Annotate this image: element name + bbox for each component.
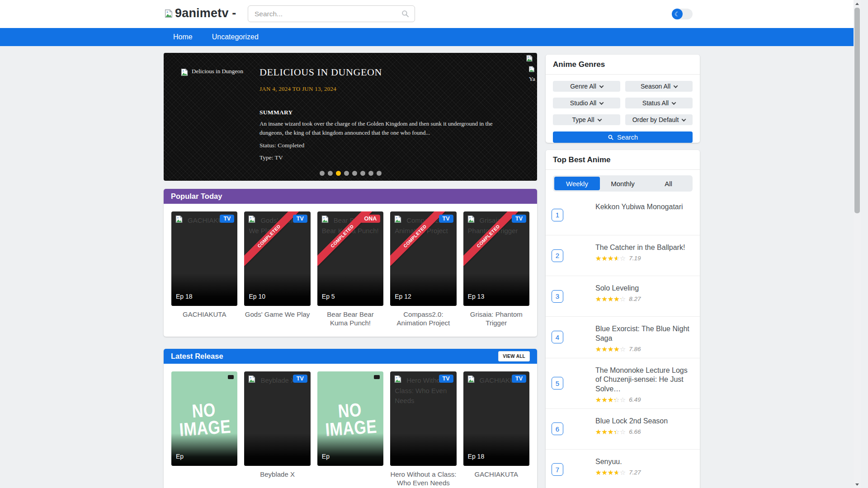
rank-badge: 6 bbox=[552, 422, 563, 435]
hero-carousel[interactable]: Delicious in Dungeon DELICIOUS IN DUNGEO… bbox=[164, 53, 537, 181]
anime-poster[interactable]: Compass2.0: Animation ProjectCOMPLETEDTV… bbox=[390, 211, 456, 306]
star-rating-icon: ☆☆☆☆☆★★★★★ bbox=[595, 396, 626, 403]
chevron-down-icon bbox=[597, 117, 602, 122]
filter-dropdown-season-all[interactable]: Season All bbox=[625, 81, 693, 92]
tab-monthly[interactable]: Monthly bbox=[600, 177, 646, 190]
type-badge: ONA bbox=[360, 215, 380, 223]
top-anime-title[interactable]: Senyuu. bbox=[595, 457, 693, 467]
scrollbar-thumb[interactable] bbox=[854, 8, 860, 213]
anime-poster[interactable]: Beyblade XTV bbox=[244, 371, 310, 466]
poster-gradient bbox=[171, 433, 237, 466]
carousel-dot[interactable] bbox=[352, 171, 357, 176]
view-all-button[interactable]: VIEW ALL bbox=[498, 351, 530, 361]
search-icon[interactable] bbox=[401, 9, 410, 20]
anime-card-title[interactable]: GACHIAKUTA bbox=[463, 470, 529, 488]
anime-card-title[interactable]: Beyblade X bbox=[244, 470, 310, 488]
hero-content: DELICIOUS IN DUNGEON JAN 4, 2024 TO JUN … bbox=[259, 66, 506, 161]
next-slide-alt: Ya bbox=[529, 75, 537, 83]
nav-link-uncategorized[interactable]: Uncategorized bbox=[212, 33, 259, 41]
hero-summary: An insane wizard took over the charge of… bbox=[259, 119, 506, 137]
anime-card-title[interactable]: Compass2.0: Animation Project bbox=[390, 310, 456, 328]
star-rating-icon: ☆☆☆☆☆★★★★★ bbox=[595, 428, 626, 435]
anime-poster[interactable]: NOIMAGEEp bbox=[171, 371, 237, 466]
top-anime-item[interactable]: 2The Catcher in the Ballpark!☆☆☆☆☆★★★★★7… bbox=[546, 235, 700, 276]
carousel-dot[interactable] bbox=[377, 171, 382, 176]
anime-poster[interactable]: Hero Without a Class: Who Even NeedsTV bbox=[390, 371, 456, 466]
latest-header: Latest Release VIEW ALL bbox=[164, 349, 537, 364]
rating: ☆☆☆☆☆★★★★★7.86 bbox=[595, 346, 693, 352]
top-anime-item[interactable]: 5The Mononoke Lecture Logs of Chuzenji-s… bbox=[546, 358, 700, 409]
top-anime-title[interactable]: The Mononoke Lecture Logs of Chuzenji-se… bbox=[595, 366, 693, 394]
next-slide-peek[interactable]: Ya bbox=[528, 66, 537, 83]
scrollbar-up-arrow[interactable] bbox=[854, 0, 861, 7]
nav-link-home[interactable]: Home bbox=[173, 33, 193, 41]
filter-dropdown-status-all[interactable]: Status All bbox=[625, 98, 693, 108]
poster-gradient bbox=[390, 273, 456, 306]
top-anime-title[interactable]: Blue Exorcist: The Blue Night Saga bbox=[595, 324, 693, 343]
tab-weekly[interactable]: Weekly bbox=[554, 177, 600, 190]
poster-gradient bbox=[317, 273, 383, 306]
top-anime-title[interactable]: Kekkon Yubiwa Monogatari bbox=[595, 202, 693, 212]
chevron-down-icon bbox=[599, 84, 604, 88]
broken-image-icon bbox=[467, 215, 476, 224]
anime-card-title[interactable]: Bear Bear Bear Kuma Punch! bbox=[317, 310, 383, 328]
episode-label: Ep bbox=[322, 453, 330, 460]
carousel-dot-active[interactable] bbox=[336, 171, 341, 176]
filter-dropdown-type-all[interactable]: Type All bbox=[553, 114, 620, 125]
carousel-dot[interactable] bbox=[328, 171, 333, 176]
anime-card: Grisaia: Phantom TriggerCOMPLETEDTVEp 13… bbox=[463, 211, 529, 328]
anime-poster[interactable]: GACHIAKUTATVEp 18 bbox=[171, 211, 237, 306]
top-anime-item[interactable]: 4Blue Exorcist: The Blue Night Saga☆☆☆☆☆… bbox=[546, 317, 700, 358]
carousel-dot[interactable] bbox=[320, 171, 325, 176]
top-anime-item[interactable]: 7Senyuu.☆☆☆☆☆★★★★★7.27 bbox=[546, 450, 700, 488]
hero-type: Type: TV bbox=[259, 154, 506, 161]
dark-mode-toggle[interactable]: ☾ bbox=[672, 9, 693, 19]
filter-dropdown-genre-all[interactable]: Genre All bbox=[553, 81, 620, 92]
top-anime-item[interactable]: 1Kekkon Yubiwa Monogatari bbox=[546, 195, 700, 235]
anime-poster[interactable]: Bear Bear Bear Kuma Punch!COMPLETEDONAEp… bbox=[317, 211, 383, 306]
rating: ☆☆☆☆☆★★★★★8.27 bbox=[595, 296, 693, 302]
genres-search-label: Search bbox=[617, 134, 638, 141]
scrollbar[interactable] bbox=[854, 0, 861, 488]
scrollbar-down-arrow[interactable] bbox=[854, 481, 861, 488]
episode-label: Ep 18 bbox=[468, 453, 485, 460]
carousel-dot[interactable] bbox=[344, 171, 349, 176]
poster-gradient bbox=[317, 433, 383, 466]
type-badge: TV bbox=[439, 375, 453, 383]
filter-dropdown-studio-all[interactable]: Studio All bbox=[553, 98, 620, 108]
empty-type-badge bbox=[374, 375, 380, 379]
anime-card-title bbox=[317, 470, 383, 488]
anime-card-title[interactable]: GACHIAKUTA bbox=[171, 310, 237, 328]
anime-card-title[interactable]: Grisaia: Phantom Trigger bbox=[463, 310, 529, 328]
top-anime-title[interactable]: Solo Leveling bbox=[595, 284, 693, 293]
top-anime-item[interactable]: 3Solo Leveling☆☆☆☆☆★★★★★8.27 bbox=[546, 276, 700, 317]
episode-label: Ep 18 bbox=[176, 293, 193, 300]
top-anime-title[interactable]: Blue Lock 2nd Season bbox=[595, 417, 693, 426]
site-logo[interactable]: 9animetv - bbox=[164, 6, 236, 20]
carousel-dot[interactable] bbox=[360, 171, 365, 176]
tab-all[interactable]: All bbox=[646, 177, 691, 190]
popular-grid: GACHIAKUTATVEp 18GACHIAKUTAGods' Game We… bbox=[164, 204, 537, 337]
popular-header: Popular Today bbox=[164, 189, 537, 204]
episode-label: Ep 10 bbox=[249, 293, 265, 300]
search-input[interactable] bbox=[248, 5, 415, 22]
anime-card: Compass2.0: Animation ProjectCOMPLETEDTV… bbox=[390, 211, 456, 328]
top-list: 1Kekkon Yubiwa Monogatari2The Catcher in… bbox=[546, 195, 700, 488]
hero-status: Status: Completed bbox=[259, 142, 506, 149]
carousel-dot[interactable] bbox=[368, 171, 373, 176]
search-box bbox=[248, 5, 415, 22]
top-anime-item[interactable]: 6Blue Lock 2nd Season☆☆☆☆☆★★★★★6.66 bbox=[546, 409, 700, 450]
anime-card-title[interactable]: Hero Without a Class: Who Even Needs bbox=[390, 470, 456, 488]
filter-dropdown-order-by-default[interactable]: Order by Default bbox=[625, 114, 693, 125]
genres-search-button[interactable]: Search bbox=[553, 131, 693, 143]
anime-card-title[interactable]: Gods' Game We Play bbox=[244, 310, 310, 328]
anime-poster[interactable]: NOIMAGEEp bbox=[317, 371, 383, 466]
poster-gradient bbox=[171, 273, 237, 306]
anime-poster[interactable]: Gods' Game We PlayCOMPLETEDTVEp 10 bbox=[244, 211, 310, 306]
poster-gradient bbox=[244, 273, 310, 306]
anime-poster[interactable]: GACHIAKUTATVEp 18 bbox=[463, 371, 529, 466]
rank-badge: 5 bbox=[552, 377, 563, 389]
top-anime-title[interactable]: The Catcher in the Ballpark! bbox=[595, 243, 693, 253]
hero-title[interactable]: DELICIOUS IN DUNGEON bbox=[259, 66, 506, 78]
anime-poster[interactable]: Grisaia: Phantom TriggerCOMPLETEDTVEp 13 bbox=[463, 211, 529, 306]
